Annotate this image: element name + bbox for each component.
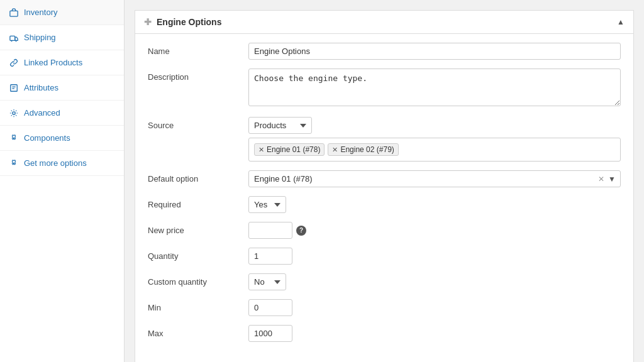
source-field: Products Categories Custom ✕ Engine 01 (… — [248, 117, 621, 162]
new-price-row: New price ? — [148, 222, 621, 239]
components-icon — [9, 133, 19, 143]
min-input[interactable] — [248, 299, 292, 316]
main-content: ✚ Engine Options ▲ Name Description — [125, 0, 644, 362]
name-label: Name — [148, 43, 248, 56]
svg-rect-4 — [11, 84, 18, 91]
default-option-field: Engine 01 (#78) Engine 02 (#79) ✕ ▼ — [248, 170, 621, 187]
quantity-row: Quantity — [148, 248, 621, 265]
min-label: Min — [148, 299, 248, 312]
name-field — [248, 43, 621, 60]
sidebar-item-attributes[interactable]: Attributes — [0, 75, 124, 101]
name-row: Name — [148, 43, 621, 60]
engine-options-panel: ✚ Engine Options ▲ Name Description — [135, 10, 634, 362]
svg-point-9 — [13, 162, 15, 164]
tag-engine02-label: Engine 02 (#79) — [340, 145, 394, 154]
svg-point-8 — [13, 137, 15, 139]
custom-quantity-field: No Yes — [248, 273, 621, 290]
collapse-icon[interactable]: ▲ — [617, 18, 625, 26]
sidebar-item-get-more-options[interactable]: Get more options — [0, 151, 124, 176]
max-field — [248, 325, 621, 342]
sidebar: Inventory Shipping Linked Products Attri… — [0, 0, 125, 362]
tag-engine01-remove[interactable]: ✕ — [258, 146, 264, 153]
sidebar-item-inventory-label: Inventory — [24, 8, 57, 17]
quantity-label: Quantity — [148, 248, 248, 261]
sidebar-item-advanced-label: Advanced — [24, 108, 60, 118]
sidebar-item-shipping-label: Shipping — [24, 33, 56, 42]
default-option-wrapper: Engine 01 (#78) Engine 02 (#79) ✕ ▼ — [248, 170, 621, 187]
sidebar-item-get-more-options-label: Get more options — [24, 158, 87, 168]
sidebar-item-advanced[interactable]: Advanced — [0, 101, 124, 126]
svg-point-2 — [11, 40, 12, 41]
source-type-select[interactable]: Products Categories Custom — [248, 117, 312, 134]
default-option-row: Default option Engine 01 (#78) Engine 02… — [148, 170, 621, 187]
tag-engine02: ✕ Engine 02 (#79) — [328, 143, 398, 156]
source-tags-container: ✕ Engine 01 (#78) ✕ Engine 02 (#79) — [248, 138, 621, 162]
svg-rect-0 — [10, 11, 18, 16]
new-price-label: New price — [148, 222, 248, 235]
custom-quantity-select[interactable]: No Yes — [248, 273, 286, 290]
required-label: Required — [148, 196, 248, 209]
custom-quantity-row: Custom quantity No Yes — [148, 273, 621, 290]
svg-point-7 — [13, 111, 15, 114]
sidebar-item-components-label: Components — [24, 133, 70, 143]
custom-quantity-label: Custom quantity — [148, 273, 248, 287]
sidebar-item-inventory[interactable]: Inventory — [0, 0, 124, 25]
panel-header[interactable]: ✚ Engine Options ▲ — [135, 11, 633, 34]
panel-header-left: ✚ Engine Options — [144, 17, 221, 27]
description-input[interactable] — [248, 69, 621, 106]
get-more-options-icon — [9, 158, 19, 168]
source-label: Source — [148, 117, 248, 130]
sidebar-item-components[interactable]: Components — [0, 126, 124, 151]
min-field — [248, 299, 621, 316]
required-field: Yes No — [248, 196, 621, 213]
default-option-label: Default option — [148, 170, 248, 184]
sidebar-item-shipping[interactable]: Shipping — [0, 25, 124, 50]
svg-rect-1 — [10, 36, 15, 40]
advanced-icon — [9, 108, 19, 118]
max-row: Max — [148, 325, 621, 342]
quantity-field — [248, 248, 621, 265]
description-row: Description — [148, 69, 621, 108]
max-label: Max — [148, 325, 248, 338]
name-input[interactable] — [248, 43, 621, 60]
quantity-input[interactable] — [248, 248, 292, 265]
default-option-select[interactable]: Engine 01 (#78) Engine 02 (#79) — [248, 170, 621, 187]
sidebar-item-attributes-label: Attributes — [24, 83, 58, 92]
inventory-icon — [9, 8, 19, 18]
max-input[interactable] — [248, 325, 292, 342]
shipping-icon — [9, 33, 19, 43]
tag-engine02-remove[interactable]: ✕ — [332, 146, 338, 153]
drag-handle-icon[interactable]: ✚ — [144, 17, 152, 27]
new-price-input[interactable] — [248, 222, 292, 239]
sidebar-item-linked-products[interactable]: Linked Products — [0, 50, 124, 75]
help-icon[interactable]: ? — [296, 226, 306, 236]
min-row: Min — [148, 299, 621, 316]
new-price-field: ? — [248, 222, 621, 239]
required-select[interactable]: Yes No — [248, 196, 286, 213]
attributes-icon — [9, 83, 19, 93]
required-row: Required Yes No — [148, 196, 621, 213]
panel-title: Engine Options — [157, 17, 221, 27]
svg-point-3 — [15, 40, 16, 41]
linked-products-icon — [9, 58, 19, 68]
description-field — [248, 69, 621, 108]
sidebar-item-linked-products-label: Linked Products — [24, 58, 82, 67]
description-label: Description — [148, 69, 248, 82]
tag-engine01-label: Engine 01 (#78) — [267, 145, 320, 154]
tag-engine01: ✕ Engine 01 (#78) — [254, 143, 325, 156]
form-body: Name Description Source Products — [135, 34, 633, 359]
source-row: Source Products Categories Custom ✕ Engi… — [148, 117, 621, 162]
